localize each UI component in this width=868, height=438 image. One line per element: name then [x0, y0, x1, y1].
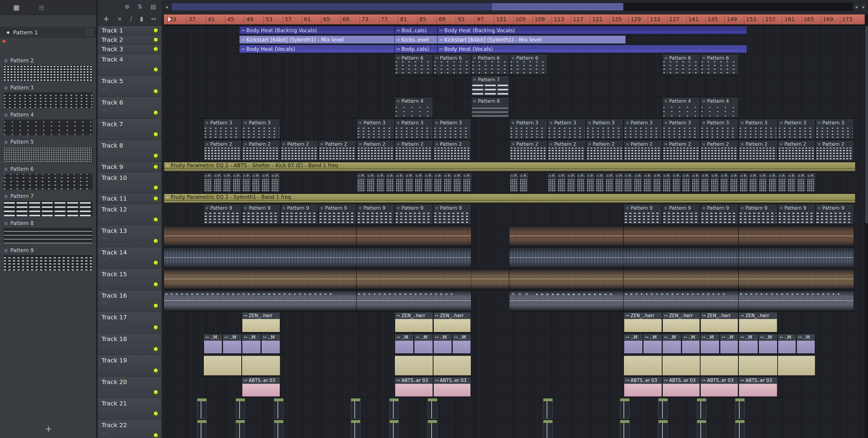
pat-clip[interactable]: ≡P..5: [453, 173, 462, 193]
playlist-track-row[interactable]: ↦Body Heat (Vocals)↦Body..cals)↦Body Hea…: [164, 44, 865, 54]
audio-clip[interactable]: ↦Body Heat (Backing Vocals): [437, 26, 747, 34]
pat-clip[interactable]: ≡Pattern 2: [356, 140, 395, 161]
track-mute-led[interactable]: [154, 67, 158, 72]
track-header[interactable]: Track 20⋯: [98, 376, 161, 398]
pattern-item[interactable]: ▤Pattern 5: [0, 137, 96, 162]
track-mute-led[interactable]: [154, 110, 158, 115]
hit-clip[interactable]: [735, 420, 745, 438]
pat-clip[interactable]: ≡P..5: [271, 173, 280, 193]
pat-clip[interactable]: ≡P..5: [758, 173, 768, 193]
pat-clip[interactable]: ≡P..5: [778, 173, 787, 193]
pat-clip[interactable]: ≡P..5: [787, 173, 797, 193]
pat-clip[interactable]: ≡Pattern 3: [509, 119, 547, 139]
wave-clip[interactable]: [471, 269, 510, 289]
pat-clip[interactable]: ≡Pattern 2: [624, 140, 662, 161]
pat-clip[interactable]: ≡P..5: [643, 173, 652, 193]
awave-clip[interactable]: ↦..M: [242, 334, 261, 354]
wave-clip[interactable]: [624, 226, 738, 246]
track-header[interactable]: Track 15⋯: [98, 269, 161, 290]
playlist-track-row[interactable]: [164, 355, 865, 376]
pattern-item[interactable]: ▤Pattern 8: [0, 218, 96, 244]
pat-clip[interactable]: ≡Pattern 3: [242, 119, 280, 139]
pat-clip[interactable]: ≡Pattern 9: [624, 204, 662, 225]
awave-clip[interactable]: ↦..M: [681, 334, 700, 354]
hit-clip[interactable]: [351, 398, 361, 419]
awave-clip[interactable]: ↦..M: [796, 334, 815, 354]
track-mute-led[interactable]: [154, 186, 158, 190]
hit-clip[interactable]: [428, 398, 437, 419]
playlist-track-row[interactable]: ≡Pattern 9≡Pattern 9≡Pattern 9≡Pattern 9…: [164, 204, 865, 225]
horizontal-scrollbar[interactable]: [171, 3, 852, 11]
pat-clip[interactable]: ≡P..5: [395, 173, 405, 193]
timeline-ruler[interactable]: 3337414549535761656973778185899397101105…: [164, 14, 865, 26]
track-header[interactable]: Track 14⋯: [98, 247, 161, 269]
pat-clip[interactable]: ≡Pattern 3: [624, 119, 662, 139]
hit-clip[interactable]: [543, 398, 553, 419]
awave-clip[interactable]: ↦ZEN_..herr: [624, 312, 662, 333]
draw-tool-icon[interactable]: ∕: [130, 15, 132, 22]
pat-clip[interactable]: ≡Pattern 2: [204, 140, 242, 161]
wave-clip[interactable]: [700, 355, 739, 376]
pat-clip[interactable]: ≡P..5: [739, 173, 749, 193]
pat-clip[interactable]: ≡P..5: [710, 173, 720, 193]
track-mute-led[interactable]: [154, 304, 158, 308]
add-icon[interactable]: +: [103, 14, 110, 23]
wave-clip[interactable]: [738, 269, 854, 289]
hit-clip[interactable]: [390, 398, 399, 419]
pattern-item-selected[interactable]: ●Pattern 1: [0, 27, 96, 38]
awave-clip[interactable]: ↦..M: [452, 334, 471, 354]
pat-clip[interactable]: ≡Pattern 2: [242, 140, 280, 161]
pat-clip[interactable]: ≡P..5: [557, 173, 567, 193]
pat-clip[interactable]: ≡P..5: [672, 173, 681, 193]
pat-clip[interactable]: ≡P..5: [605, 173, 615, 193]
playlist-track-row[interactable]: [164, 398, 865, 419]
track-mute-led[interactable]: [154, 261, 158, 265]
playlist-track-row[interactable]: [164, 419, 865, 438]
playlist-track-row[interactable]: ≡P..5≡P..5≡P..5≡P..5≡P..5≡P..5≡P..5≡P..5…: [164, 172, 865, 193]
pat-clip[interactable]: ≡P..5: [366, 173, 376, 193]
track-header[interactable]: Track 2: [98, 35, 161, 44]
pat-clip[interactable]: ≡Pattern 3: [204, 119, 242, 139]
pat-clip[interactable]: ≡Pattern 2: [700, 140, 739, 161]
track-header[interactable]: Track 22⋯: [98, 419, 161, 438]
pat-clip[interactable]: ≡P..5: [414, 173, 424, 193]
slip-edit-icon[interactable]: ⇅: [137, 3, 143, 10]
track-mute-led[interactable]: [154, 368, 158, 373]
pat-clip[interactable]: ≡Pattern 9: [395, 204, 433, 225]
pattern-item[interactable]: ▤Pattern 6: [0, 164, 96, 190]
audio-clip[interactable]: ↦Bod..cals): [395, 26, 437, 34]
hit-clip[interactable]: [697, 420, 707, 438]
pat-clip[interactable]: ≡P..5: [443, 173, 453, 193]
audio-clip[interactable]: ∞Kickstart [64bit] (Sylenth1) - Mix leve…: [239, 36, 395, 44]
awave-clip[interactable]: ↦ABTS..er 03: [624, 377, 662, 397]
awave-clip[interactable]: ↦..M: [204, 334, 223, 354]
hit-clip[interactable]: [274, 420, 284, 438]
wave-clip[interactable]: [204, 355, 242, 376]
wave-clip[interactable]: [509, 247, 624, 268]
wave-clip[interactable]: [738, 355, 777, 376]
pat-clip[interactable]: ≡Pattern 3: [433, 119, 471, 139]
pat-clip[interactable]: ≡P..5: [662, 173, 672, 193]
wave-clip[interactable]: [356, 269, 471, 289]
wave-clip[interactable]: [395, 355, 433, 376]
pat-clip[interactable]: ≡Pattern 2: [738, 140, 777, 161]
pat-clip[interactable]: ≡P..5: [204, 173, 213, 193]
pat-clip[interactable]: ≡Pattern 4: [395, 97, 433, 118]
track-mute-led[interactable]: [154, 433, 158, 437]
pat-clip[interactable]: ≡Pattern 9: [700, 204, 739, 225]
pat-clip[interactable]: ≡P..5: [652, 173, 662, 193]
track-mute-led[interactable]: [154, 390, 158, 394]
playlist-track-row[interactable]: ↦..M↦..M↦..M↦..M↦..M↦..M↦..M↦..M↦..M↦..M…: [164, 334, 865, 355]
auto-clip[interactable]: ∞Fruity Parametric EQ 2 - Sylenth1 - Ban…: [164, 194, 855, 203]
track-mute-led[interactable]: [154, 196, 158, 201]
track-header[interactable]: Track 1: [98, 26, 161, 35]
awave-clip[interactable]: ↦..M: [662, 334, 681, 354]
track-header[interactable]: Track 16⋯: [98, 290, 161, 312]
pat-clip[interactable]: ≡P..5: [242, 173, 251, 193]
pat-clip[interactable]: ≡Pattern 4: [700, 97, 739, 118]
pat-clip[interactable]: ≡P..5: [576, 173, 586, 193]
track-mute-led[interactable]: [154, 411, 158, 416]
pattern-item[interactable]: ▤Pattern 9: [0, 245, 96, 271]
awave-clip[interactable]: ↦ZEN_..herr: [700, 312, 739, 333]
pat-clip[interactable]: ≡Pattern 9: [662, 204, 700, 225]
